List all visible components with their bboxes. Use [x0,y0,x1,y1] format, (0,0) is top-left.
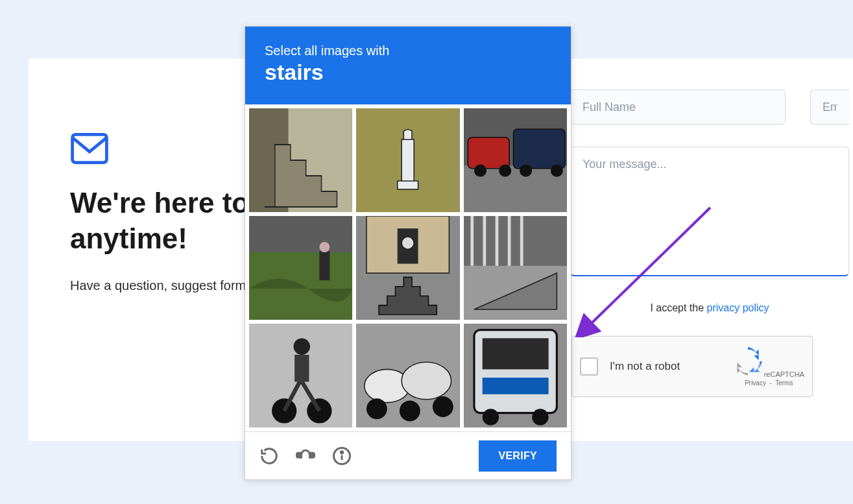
recaptcha-terms-link[interactable]: Terms [775,379,793,387]
audio-icon[interactable] [296,446,315,466]
captcha-tile-9[interactable] [464,324,567,427]
captcha-tile-1[interactable] [249,108,352,212]
recaptcha-logo-icon [734,347,762,376]
svg-point-33 [294,338,310,355]
svg-rect-32 [294,355,309,382]
captcha-tile-4[interactable] [249,216,352,320]
svg-point-21 [402,237,414,249]
svg-point-30 [272,398,296,423]
email-input[interactable] [810,90,849,125]
svg-rect-42 [482,338,548,369]
info-icon[interactable] [332,446,352,466]
recaptcha-label: I'm not a robot [610,360,734,373]
svg-point-17 [319,242,330,252]
svg-rect-16 [319,251,330,280]
full-name-input[interactable] [570,90,786,125]
recaptcha-anchor: I'm not a robot reCAPTCHA Privacy - Term… [571,336,813,397]
captcha-tile-7[interactable] [249,324,352,427]
svg-point-38 [400,400,420,421]
svg-point-39 [433,396,453,417]
captcha-footer: VERIFY [245,431,571,479]
captcha-tile-3[interactable] [464,108,567,212]
recaptcha-privacy-link[interactable]: Privacy [745,379,766,387]
svg-point-13 [550,164,562,176]
captcha-header: Select all images with stairs [245,27,571,104]
svg-point-10 [474,164,487,176]
svg-point-45 [532,409,548,426]
svg-point-37 [366,398,387,419]
svg-rect-8 [468,138,509,169]
recaptcha-checkbox[interactable] [580,357,598,376]
svg-point-12 [520,164,532,176]
captcha-challenge: Select all images with stairs [245,26,571,480]
svg-point-11 [499,164,511,176]
verify-button[interactable]: VERIFY [479,440,557,472]
privacy-policy-link[interactable]: privacy policy [707,302,769,313]
privacy-line: I accept the privacy policy [570,302,849,314]
reload-icon[interactable] [259,446,279,466]
captcha-grid [245,104,571,431]
svg-rect-0 [73,134,107,162]
contact-form: I accept the privacy policy [570,90,849,314]
svg-rect-23 [464,216,567,266]
svg-point-36 [402,362,451,400]
captcha-tile-8[interactable] [356,324,459,427]
svg-rect-9 [513,129,565,169]
captcha-tile-2[interactable] [356,108,459,212]
svg-rect-43 [482,378,548,394]
captcha-tile-5[interactable] [356,216,459,320]
recaptcha-brand: reCAPTCHA Privacy - Terms [734,347,804,387]
svg-point-48 [341,451,342,453]
message-textarea[interactable] [570,147,849,276]
svg-point-44 [482,409,498,426]
svg-point-31 [307,398,331,423]
svg-rect-14 [249,216,352,252]
captcha-tile-6[interactable] [464,216,567,320]
